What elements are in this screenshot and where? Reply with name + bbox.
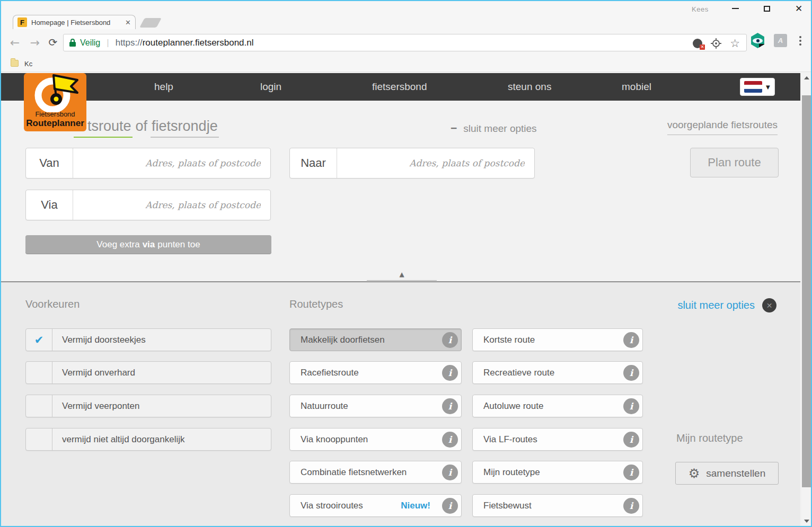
- chevron-down-icon: ▼: [766, 84, 770, 90]
- language-selector[interactable]: ▼: [740, 78, 775, 96]
- info-icon[interactable]: i: [623, 498, 639, 514]
- fietsrondje-tab-link[interactable]: fietsrondje: [151, 118, 219, 138]
- bookmark-folder-label[interactable]: Kc: [24, 60, 32, 68]
- web-page: help login fietsersbond steun ons mobiel…: [1, 72, 811, 526]
- via-input[interactable]: [73, 190, 270, 220]
- info-icon[interactable]: i: [442, 432, 458, 448]
- bookmark-star-icon[interactable]: ☆: [730, 37, 740, 50]
- page-scrollbar[interactable]: [802, 73, 811, 526]
- checkbox[interactable]: [26, 395, 52, 417]
- close-more-options-link-top[interactable]: −sluit meer opties: [451, 122, 537, 135]
- info-icon[interactable]: i: [623, 465, 639, 480]
- scroll-down-icon[interactable]: [802, 517, 811, 525]
- url-host: routeplanner.fietsersbond.nl: [143, 38, 254, 48]
- cookie-blocked-badge: ✕: [700, 44, 705, 50]
- window-close-button[interactable]: ✕: [794, 4, 804, 13]
- new-badge: Nieuw!: [401, 495, 430, 516]
- info-icon[interactable]: i: [442, 365, 458, 381]
- browser-toolbar: ← → ⟳ Veilig | https://routeplanner.fiet…: [1, 29, 811, 56]
- checkbox-vermijd-niet-altijd-doorgankelijk[interactable]: vermijd niet altijd doorgankelijk: [25, 428, 271, 451]
- close-icon[interactable]: ✕: [762, 298, 776, 312]
- routetype-mijn-routetype[interactable]: Mijn routetype i: [472, 461, 643, 484]
- checkbox-vermijd-doorsteekjes[interactable]: ✔ Vermijd doorsteekjes: [25, 328, 271, 351]
- routetype-kortste-route[interactable]: Kortste route i: [472, 328, 643, 351]
- routetype-combinatie-fietsnetwerken[interactable]: Combinatie fietsnetwerken i: [289, 461, 462, 484]
- routetype-via-lf-routes[interactable]: Via LF-routes i: [472, 428, 643, 451]
- check-icon: ✔: [34, 334, 44, 346]
- from-label: Van: [26, 148, 73, 178]
- info-icon[interactable]: i: [442, 498, 458, 514]
- adblock-eye-extension-icon[interactable]: 10: [751, 33, 765, 48]
- plan-route-button[interactable]: Plan route: [690, 148, 779, 177]
- info-icon[interactable]: i: [623, 332, 639, 348]
- my-routetype-title: Mijn routetype: [676, 432, 743, 444]
- site-navigation: help login fietsersbond steun ons mobiel…: [1, 73, 800, 101]
- routetype-via-strooiroutes[interactable]: Via strooiroutes Nieuw! i: [289, 494, 462, 517]
- preferences-title: Voorkeuren: [25, 298, 80, 310]
- tab-title: Homepage | Fietsersbond: [31, 19, 121, 26]
- gear-icon: ⚙: [689, 467, 700, 480]
- info-icon[interactable]: i: [623, 365, 639, 381]
- collapse-options-handle[interactable]: ▲: [367, 269, 437, 281]
- tab-favicon: F: [17, 17, 27, 27]
- checkbox[interactable]: [26, 362, 52, 383]
- routetype-autoluwe-route[interactable]: Autoluwe route i: [472, 395, 643, 417]
- routetype-natuurroute[interactable]: Natuurroute i: [289, 395, 462, 417]
- routetype-via-knooppunten[interactable]: Via knooppunten i: [289, 428, 462, 451]
- maximize-button[interactable]: [762, 4, 772, 13]
- routetype-fietsbewust[interactable]: Fietsbewust i: [472, 494, 643, 517]
- close-more-options-link[interactable]: sluit meer opties ✕: [677, 298, 776, 312]
- browser-tab[interactable]: F Homepage | Fietsersbond ✕: [13, 15, 136, 29]
- new-tab-button[interactable]: [139, 18, 162, 28]
- cookies-blocked-icon[interactable]: ✕: [693, 39, 702, 48]
- netherlands-flag-icon: [744, 81, 762, 93]
- checkbox[interactable]: [26, 428, 52, 450]
- url-scheme: https://: [116, 38, 143, 48]
- bookmarks-bar: Kc: [1, 56, 811, 72]
- pdf-extension-icon[interactable]: A: [774, 34, 787, 47]
- checkbox-vermijd-onverhard[interactable]: Vermijd onverhard: [25, 361, 271, 384]
- page-url[interactable]: https://routeplanner.fietsersbond.nl: [116, 38, 254, 48]
- checkbox-vermijd-veerponten[interactable]: Vermijd veerponten: [25, 395, 271, 417]
- forward-icon[interactable]: →: [27, 34, 43, 51]
- nav-item-help[interactable]: help: [154, 73, 173, 101]
- routetype-makkelijk-doorfietsen[interactable]: Makkelijk doorfietsen i: [289, 328, 462, 351]
- bookmark-folder-icon[interactable]: [11, 60, 19, 67]
- checkbox[interactable]: ✔: [26, 329, 52, 351]
- minus-icon: −: [451, 122, 457, 134]
- location-icon[interactable]: [711, 38, 721, 49]
- chrome-menu-icon[interactable]: [796, 36, 805, 46]
- from-field-row: Van: [25, 148, 271, 178]
- address-bar[interactable]: Veilig | https://routeplanner.fietsersbo…: [63, 34, 747, 51]
- nav-item-login[interactable]: login: [260, 73, 281, 101]
- info-icon[interactable]: i: [623, 398, 639, 414]
- extension-badge: 10: [759, 44, 768, 51]
- nav-item-steun-ons[interactable]: steun ons: [508, 73, 551, 101]
- fietsersbond-routeplanner-logo[interactable]: Fietsersbond Routeplanner: [24, 73, 86, 131]
- compose-routetype-button[interactable]: ⚙ samenstellen: [675, 462, 779, 485]
- from-input[interactable]: [73, 148, 270, 178]
- info-icon[interactable]: i: [623, 432, 639, 448]
- info-icon[interactable]: i: [442, 398, 458, 414]
- scroll-up-icon[interactable]: [802, 74, 811, 82]
- scrollbar-thumb[interactable]: [802, 95, 811, 487]
- back-icon[interactable]: ←: [6, 34, 23, 51]
- nav-item-mobiel[interactable]: mobiel: [622, 73, 651, 101]
- add-via-points-button[interactable]: Voeg extraviapunten toe: [25, 235, 271, 254]
- to-field-row: Naar: [289, 148, 535, 178]
- security-label[interactable]: Veilig: [80, 38, 100, 48]
- title-bar: Kees ✕: [1, 1, 811, 15]
- routetype-recreatieve-route[interactable]: Recreatieve route i: [472, 361, 643, 384]
- browser-window: Kees ✕ F Homepage | Fietsersbond ✕ ← → ⟳…: [0, 0, 812, 527]
- nav-item-fietsersbond[interactable]: fietsersbond: [372, 73, 427, 101]
- routetype-racefietsroute[interactable]: Racefietsroute i: [289, 361, 462, 384]
- reload-icon[interactable]: ⟳: [45, 34, 61, 51]
- preplanned-routes-link[interactable]: voorgeplande fietsroutes: [667, 119, 778, 135]
- tab-close-icon[interactable]: ✕: [125, 19, 131, 26]
- to-input[interactable]: [337, 148, 534, 178]
- via-label: Via: [26, 190, 73, 220]
- info-icon[interactable]: i: [442, 332, 458, 348]
- info-icon[interactable]: i: [442, 465, 458, 480]
- minimize-button[interactable]: [730, 4, 740, 13]
- collapse-triangle-icon: ▲: [399, 271, 404, 278]
